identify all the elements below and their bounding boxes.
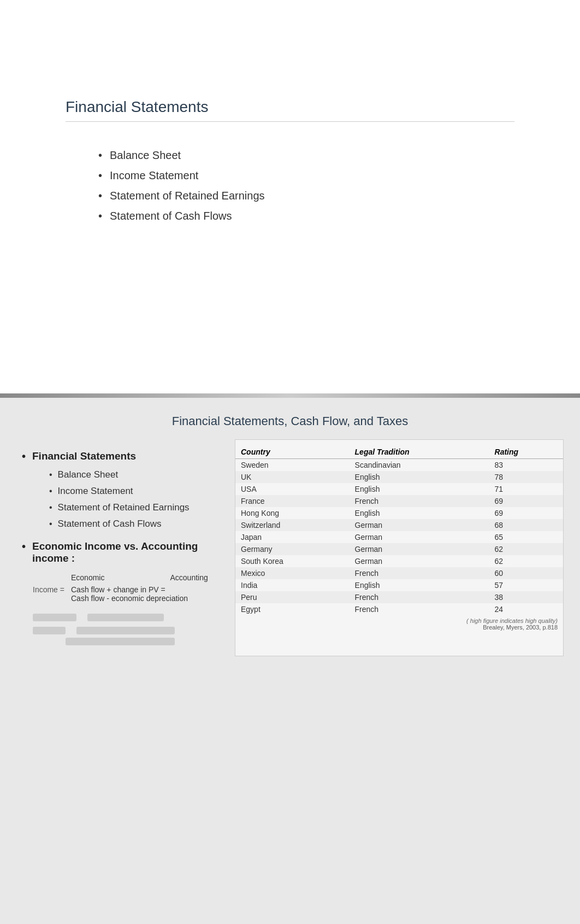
table-cell: 60: [489, 567, 563, 579]
table-cell: 38: [489, 591, 563, 603]
table-cell: French: [350, 495, 489, 507]
table-cell: 78: [489, 471, 563, 483]
blurred-value-3: [66, 638, 175, 645]
table-cell: 62: [489, 543, 563, 555]
table-footer: ( high figure indicates high quality) Br…: [235, 615, 563, 631]
table-cell: Germany: [235, 543, 350, 555]
slide2-content: Financial Statements Balance Sheet Incom…: [0, 434, 580, 662]
table-cell: UK: [235, 471, 350, 483]
table-cell: 62: [489, 555, 563, 567]
list-item: Income Statement: [98, 169, 514, 182]
table-cell: French: [350, 603, 489, 615]
table-cell: English: [350, 483, 489, 495]
table-cell: 68: [489, 519, 563, 531]
blurred-label-2: [33, 627, 66, 634]
table-cell: 65: [489, 531, 563, 543]
slide2-title: Financial Statements, Cash Flow, and Tax…: [0, 398, 580, 434]
table-citation: Brealey, Myers, 2003, p.818: [241, 624, 558, 631]
left-panel: Financial Statements Balance Sheet Incom…: [16, 439, 224, 656]
table-row: JapanGerman65: [235, 531, 563, 543]
country-table: Country Legal Tradition Rating SwedenSca…: [235, 445, 563, 615]
econ-table: Economic Accounting Income = Cash flow +…: [22, 573, 218, 645]
econ-bullet: Economic Income vs. Accounting income :: [22, 540, 218, 564]
econ-col1-header: Economic: [71, 573, 104, 582]
econ-income-line2: Cash flow - economic depreciation: [71, 594, 218, 603]
table-row: USAEnglish71: [235, 483, 563, 495]
econ-label: Economic Income vs. Accounting income :: [32, 540, 218, 564]
table-cell: English: [350, 471, 489, 483]
list-item: Statement of Cash Flows: [49, 519, 218, 529]
list-item: Balance Sheet: [49, 469, 218, 480]
blurred-row-3: [33, 638, 218, 645]
table-row: FranceFrench69: [235, 495, 563, 507]
table-cell: 57: [489, 579, 563, 591]
econ-headers: Economic Accounting: [33, 573, 218, 582]
blurred-label-1: [33, 614, 76, 621]
list-item: Income Statement: [49, 486, 218, 497]
econ-income-row: Income = Cash flow + change in PV = Cash…: [33, 585, 218, 603]
slide-1: Financial Statements Balance Sheet Incom…: [0, 0, 580, 393]
col-country-header: Country: [235, 445, 350, 459]
table-cell: Mexico: [235, 567, 350, 579]
table-row: GermanyGerman62: [235, 543, 563, 555]
table-cell: Egypt: [235, 603, 350, 615]
table-cell: 24: [489, 603, 563, 615]
slide-divider: [0, 393, 580, 398]
table-row: UKEnglish78: [235, 471, 563, 483]
table-row: IndiaEnglish57: [235, 579, 563, 591]
table-row: Hong KongEnglish69: [235, 507, 563, 519]
col-rating-header: Rating: [489, 445, 563, 459]
slide-2: Financial Statements, Cash Flow, and Tax…: [0, 398, 580, 924]
table-cell: 83: [489, 459, 563, 472]
table-row: South KoreaGerman62: [235, 555, 563, 567]
list-item: Statement of Cash Flows: [98, 210, 514, 222]
table-cell: 69: [489, 507, 563, 519]
econ-col2-header: Accounting: [170, 573, 208, 582]
table-footer-note: ( high figure indicates high quality): [241, 617, 558, 624]
table-cell: German: [350, 519, 489, 531]
blurred-row-1: [33, 614, 218, 621]
econ-income-label: Income =: [33, 585, 71, 603]
list-item: Statement of Retained Earnings: [98, 190, 514, 202]
list-item: Statement of Retained Earnings: [49, 502, 218, 513]
right-panel: Country Legal Tradition Rating SwedenSca…: [235, 439, 564, 656]
table-cell: Switzerland: [235, 519, 350, 531]
blurred-value-1: [87, 614, 164, 621]
table-cell: Scandinavian: [350, 459, 489, 472]
table-cell: France: [235, 495, 350, 507]
blurred-value-2: [76, 627, 175, 634]
col-tradition-header: Legal Tradition: [350, 445, 489, 459]
table-row: MexicoFrench60: [235, 567, 563, 579]
sub-bullet-list: Balance Sheet Income Statement Statement…: [22, 469, 218, 529]
table-cell: German: [350, 555, 489, 567]
table-header: Country Legal Tradition Rating: [235, 445, 563, 459]
financial-statements-bullet: Financial Statements: [22, 450, 218, 463]
table-cell: 71: [489, 483, 563, 495]
financial-statements-label: Financial Statements: [32, 450, 136, 462]
table-cell: 69: [489, 495, 563, 507]
slide1-title: Financial Statements: [66, 98, 514, 122]
table-cell: Hong Kong: [235, 507, 350, 519]
table-cell: German: [350, 543, 489, 555]
blurred-row-2: [33, 627, 218, 634]
table-cell: French: [350, 591, 489, 603]
table-row: EgyptFrench24: [235, 603, 563, 615]
table-cell: English: [350, 579, 489, 591]
table-body: SwedenScandinavian83UKEnglish78USAEnglis…: [235, 459, 563, 616]
table-cell: India: [235, 579, 350, 591]
table-cell: English: [350, 507, 489, 519]
table-header-row: Country Legal Tradition Rating: [235, 445, 563, 459]
table-cell: South Korea: [235, 555, 350, 567]
table-cell: German: [350, 531, 489, 543]
table-cell: Peru: [235, 591, 350, 603]
list-item: Balance Sheet: [98, 149, 514, 162]
table-row: SwitzerlandGerman68: [235, 519, 563, 531]
table-row: SwedenScandinavian83: [235, 459, 563, 472]
table-cell: Sweden: [235, 459, 350, 472]
table-cell: Japan: [235, 531, 350, 543]
table-row: PeruFrench38: [235, 591, 563, 603]
slide1-bullet-list: Balance Sheet Income Statement Statement…: [66, 149, 514, 230]
econ-income-line1: Cash flow + change in PV =: [71, 585, 218, 594]
table-cell: French: [350, 567, 489, 579]
econ-income-content: Cash flow + change in PV = Cash flow - e…: [71, 585, 218, 603]
